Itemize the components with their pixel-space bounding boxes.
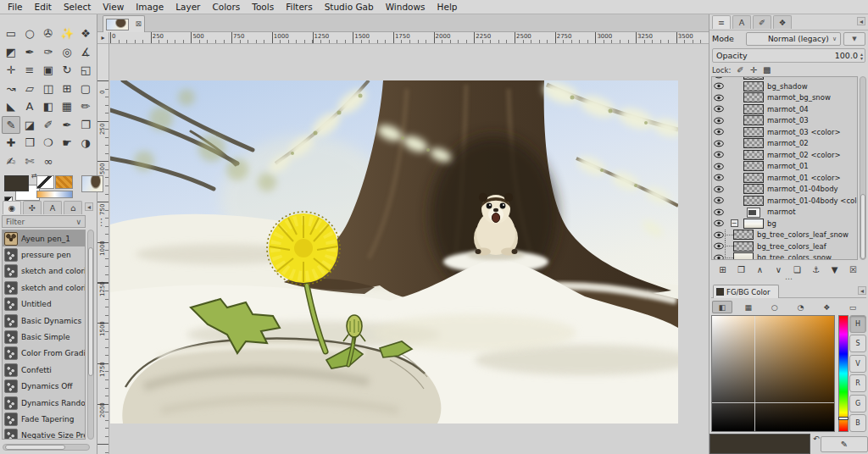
filter-dropdown[interactable]: Filter ∨	[2, 215, 86, 228]
swap-colors-icon[interactable]: ↶	[813, 435, 820, 443]
layer-row[interactable]: marmot_03	[712, 115, 857, 127]
alignment-tool[interactable]: ≡	[20, 61, 39, 80]
foreground-select-tool[interactable]: ◩	[2, 43, 20, 62]
visibility-eye-icon[interactable]	[714, 254, 725, 260]
paintbrush-tool[interactable]: ✎	[2, 116, 20, 135]
watercolor-tab[interactable]: ○	[765, 301, 785, 313]
menu-studio-gab[interactable]: Studio Gab	[319, 1, 380, 13]
delete-layer-button[interactable]: ☒	[845, 263, 861, 277]
bucket-fill-tool[interactable]: ◣	[2, 97, 20, 116]
dynamics-vertical-scrollbar[interactable]	[87, 230, 94, 440]
dynamics-item[interactable]: Dynamics Random	[3, 395, 85, 411]
cmyk-tab[interactable]: ▦	[738, 301, 759, 313]
pane-grip-icon[interactable]: ⋯	[785, 276, 793, 281]
zoom-tool[interactable]: ◎	[58, 43, 76, 62]
visibility-eye-icon[interactable]	[714, 76, 725, 79]
anchor-layer-button[interactable]: ⚓	[808, 263, 824, 277]
dynamics-item[interactable]: Fade Tapering	[3, 411, 85, 427]
merge-layer-button[interactable]: ▼	[826, 263, 843, 277]
channel-button-b[interactable]: B	[849, 414, 866, 432]
select-by-color-tool[interactable]: ❖	[76, 25, 95, 43]
menu-file[interactable]: File	[2, 1, 29, 13]
channel-button-r[interactable]: R	[849, 374, 866, 392]
current-color-swatch[interactable]	[709, 434, 810, 454]
brushes-tab[interactable]: ✣	[23, 201, 42, 214]
active-image-thumbnail[interactable]	[81, 175, 103, 192]
visibility-eye-icon[interactable]	[714, 105, 725, 113]
scrollbar-thumb[interactable]	[88, 247, 93, 377]
close-icon[interactable]: ⊠	[135, 19, 142, 28]
image-tab[interactable]: ⊠	[103, 15, 145, 32]
visibility-eye-icon[interactable]	[714, 117, 725, 125]
clone-tool[interactable]: ❐	[76, 116, 95, 135]
foreground-color-swatch[interactable]	[4, 175, 29, 191]
text-tool[interactable]: A	[20, 97, 39, 116]
channel-button-g[interactable]: G	[849, 395, 866, 412]
canvas-viewport[interactable]	[109, 44, 709, 454]
hue-slider[interactable]	[838, 315, 849, 432]
opacity-spinner[interactable]: ▴ ▾	[860, 52, 863, 60]
layer-row[interactable]: marmot_02	[712, 138, 857, 150]
layers-vertical-scrollbar[interactable]	[860, 76, 866, 260]
dynamics-item[interactable]: sketch and coloring	[3, 263, 85, 280]
channels-tab[interactable]: A	[732, 15, 751, 29]
dynamics-item[interactable]: Dynamics Off	[3, 379, 85, 395]
fonts-tab[interactable]: A	[43, 201, 62, 214]
layer-row[interactable]: marmot_01-04body <color>	[712, 195, 857, 207]
dock-menu-arrow-icon[interactable]: ◂	[858, 286, 866, 295]
layer-row[interactable]: marmot_03 <color>	[712, 126, 857, 138]
paths-tool[interactable]: ✒	[20, 43, 39, 62]
layer-row[interactable]: bg_tree_colors_snow	[712, 252, 857, 261]
active-pattern-indicator[interactable]	[55, 175, 73, 189]
free-select-tool[interactable]: ✇	[39, 25, 58, 43]
layer-row[interactable]: bg_tree_colors_leaf_snow	[712, 230, 857, 241]
active-brush-indicator[interactable]	[36, 175, 54, 189]
crop-tool[interactable]: ▣	[39, 61, 58, 80]
menu-view[interactable]: View	[97, 1, 130, 13]
layer-row[interactable]: marmot_04	[712, 103, 857, 115]
layer-mode-dropdown[interactable]: Normal (legacy) ∨	[746, 32, 841, 46]
canvas-image[interactable]	[110, 80, 678, 424]
layer-row[interactable]: bg_tree_colors_leaf	[712, 241, 857, 252]
dynamics-item[interactable]: Basic Dynamics	[3, 313, 85, 329]
shear-tool[interactable]: ↝	[2, 80, 20, 98]
visibility-eye-icon[interactable]	[714, 94, 725, 102]
gradient-tool[interactable]: ◧	[39, 97, 58, 116]
airbrush-tool[interactable]: ✐	[39, 116, 58, 135]
menu-help[interactable]: Help	[431, 1, 464, 13]
visibility-eye-icon[interactable]	[714, 151, 725, 158]
mypaint-brush-tool[interactable]: ▦	[58, 97, 76, 116]
dynamics-item[interactable]: Basic Simple	[3, 329, 85, 345]
smudge-tool[interactable]: ☛	[58, 134, 76, 152]
wheel-tab[interactable]: ◔	[790, 301, 810, 313]
menu-layer[interactable]: Layer	[170, 1, 206, 13]
intelligent-scissors-tool[interactable]: ✄	[20, 152, 39, 171]
menu-filters[interactable]: Filters	[280, 1, 318, 13]
ruler-corner-button[interactable]: ▸	[97, 32, 109, 44]
scale-tool[interactable]: ◱	[76, 61, 95, 80]
layer-opacity-slider[interactable]: Opacity 100.0 ▴ ▾	[712, 48, 865, 63]
menu-image[interactable]: Image	[130, 1, 170, 13]
menu-edit[interactable]: Edit	[29, 1, 58, 13]
dynamics-item[interactable]: sketch and coloring copy	[3, 280, 85, 296]
color-picker-tool[interactable]: ✑	[39, 43, 58, 62]
pick-color-button[interactable]: ✎	[821, 436, 868, 452]
lock-position-icon[interactable]: ✛	[750, 65, 757, 75]
dynamics-item[interactable]: Untitled	[3, 296, 85, 313]
layer-row[interactable]: marmot_01	[712, 161, 857, 173]
lock-alpha-icon[interactable]: ▩	[763, 65, 771, 75]
visibility-eye-icon[interactable]	[714, 197, 725, 204]
visibility-eye-icon[interactable]	[714, 82, 725, 90]
pencil-tool[interactable]: ✏	[76, 97, 95, 116]
channel-button-v[interactable]: V	[849, 355, 866, 373]
rectangle-select-tool[interactable]: ▭	[2, 25, 20, 43]
scrollbar-thumb[interactable]	[860, 194, 865, 259]
layer-row[interactable]: marmot_bg_snow	[712, 92, 857, 104]
visibility-eye-icon[interactable]	[714, 163, 725, 170]
new-group-button[interactable]: ❐	[733, 263, 749, 277]
scales-tab[interactable]: ▭	[843, 301, 863, 313]
palette-tab[interactable]: ❖	[816, 301, 837, 313]
gegl-operation-tool[interactable]: ∞	[39, 152, 58, 171]
measure-tool[interactable]: ∡	[76, 43, 95, 62]
dynamics-item[interactable]: Negative Size Pressure	[3, 428, 85, 440]
